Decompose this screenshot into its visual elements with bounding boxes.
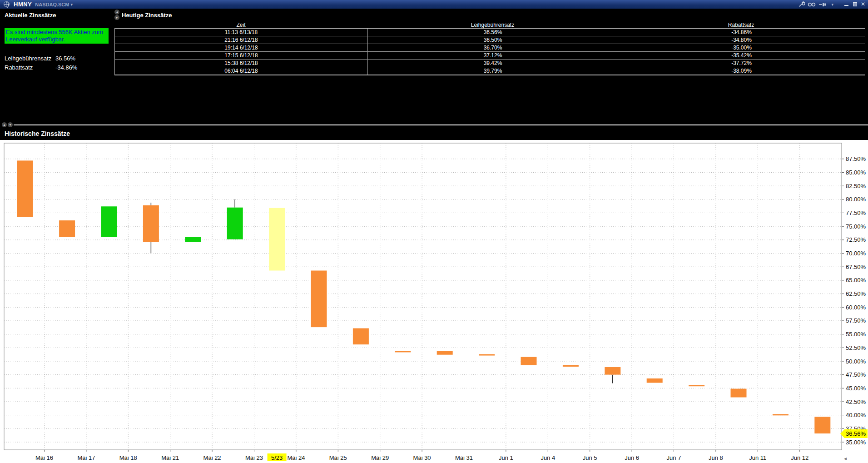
candle bbox=[563, 365, 579, 367]
table-row[interactable]: 19:14 6/12/1836.70%-35.00% bbox=[115, 44, 865, 52]
y-axis-tick: 85.00% bbox=[846, 169, 866, 176]
y-axis-tick: 72.50% bbox=[846, 236, 866, 243]
table-row[interactable]: 11:13 6/13/1836.56%-34.86% bbox=[115, 29, 865, 36]
y-axis-tick: 50.00% bbox=[846, 358, 866, 365]
y-axis-tick: 80.00% bbox=[846, 196, 866, 203]
candle bbox=[689, 385, 704, 386]
app-window: HMNY NASDAQ.SCM ▾ ▾ ✕ Aktuelle Zinssätze… bbox=[0, 0, 868, 463]
rebate-rate-value: -34.86% bbox=[55, 64, 77, 71]
maximize-button[interactable] bbox=[852, 2, 858, 7]
globe-icon bbox=[4, 1, 10, 7]
title-bar: HMNY NASDAQ.SCM ▾ ▾ ✕ bbox=[0, 0, 868, 9]
y-axis-tick: 42.50% bbox=[846, 398, 866, 405]
fee-rate-label: Leihgebührensatz bbox=[5, 55, 51, 62]
y-axis-tick: 75.00% bbox=[846, 223, 866, 230]
table-row[interactable]: 17:15 6/12/1837.12%-35.42% bbox=[115, 52, 865, 60]
y-axis-tick: 47.50% bbox=[846, 371, 866, 378]
column-header-zeit[interactable]: Zeit bbox=[114, 22, 367, 28]
table-cell: 39.42% bbox=[368, 60, 618, 67]
cursor-x-label: 5/23 bbox=[271, 454, 283, 461]
candle bbox=[17, 160, 33, 217]
candle bbox=[269, 208, 285, 271]
table-row[interactable]: 15:38 6/12/1839.42%-37.72% bbox=[115, 60, 865, 67]
table-cell: -37.72% bbox=[618, 60, 865, 67]
table-cell: 17:15 6/12/18 bbox=[115, 52, 368, 59]
table-cell: -35.42% bbox=[618, 52, 865, 59]
candle bbox=[353, 329, 369, 345]
x-axis-tick: Mai 21 bbox=[161, 454, 179, 461]
x-axis-tick: Jun 11 bbox=[749, 454, 766, 461]
history-title: Historische Zinssätze bbox=[5, 130, 70, 137]
candle bbox=[395, 351, 411, 352]
x-axis-tick: Mai 23 bbox=[245, 454, 263, 461]
table-cell: 11:13 6/13/18 bbox=[115, 29, 368, 36]
x-axis-tick: Mai 30 bbox=[413, 454, 431, 461]
panel-next-button[interactable]: ▸ bbox=[114, 15, 119, 20]
table-cell: -34.80% bbox=[618, 36, 865, 44]
splitter-down-button[interactable]: ▾ bbox=[8, 122, 13, 127]
candle bbox=[814, 417, 830, 433]
exchange-label: NASDAQ.SCM bbox=[35, 2, 69, 7]
close-button[interactable]: ✕ bbox=[861, 2, 865, 7]
candle bbox=[185, 237, 201, 242]
minimize-button[interactable] bbox=[843, 2, 849, 7]
column-header-leihgebuehrensatz[interactable]: Leihgebührensatz bbox=[367, 22, 618, 28]
table-cell: 36.70% bbox=[368, 44, 618, 51]
y-axis-tick: 82.50% bbox=[846, 183, 866, 189]
y-axis-tick: 67.50% bbox=[846, 264, 866, 270]
table-header-row: Zeit Leihgebührensatz Rabattsatz bbox=[114, 22, 865, 28]
y-axis-tick: 77.50% bbox=[846, 209, 866, 216]
link-icon[interactable] bbox=[808, 2, 816, 7]
table-cell: 36.56% bbox=[368, 29, 618, 36]
x-axis-tick: Mai 18 bbox=[119, 454, 137, 461]
candle bbox=[479, 354, 495, 356]
x-axis-tick: Jun 6 bbox=[625, 454, 639, 461]
candle bbox=[143, 205, 159, 242]
x-axis-tick: Jun 5 bbox=[583, 454, 597, 461]
symbol-dropdown-caret[interactable]: ▾ bbox=[70, 2, 73, 7]
table-cell: 19:14 6/12/18 bbox=[115, 44, 368, 51]
panel-prev-button[interactable]: ◂ bbox=[114, 10, 119, 15]
y-axis-tick: 62.50% bbox=[846, 290, 866, 297]
x-axis-tick: Mai 31 bbox=[455, 454, 473, 461]
fee-rate-value: 36.56% bbox=[55, 55, 75, 62]
table-cell: 06:04 6/12/18 bbox=[115, 67, 368, 75]
x-axis-tick: Mai 22 bbox=[203, 454, 221, 461]
shortable-notice-line2: Leerverkauf verfügbar. bbox=[6, 36, 107, 43]
today-rates-table: Zeit Leihgebührensatz Rabattsatz 11:13 6… bbox=[114, 22, 865, 75]
column-header-rabattsatz[interactable]: Rabattsatz bbox=[618, 22, 864, 28]
y-axis-tick: 60.00% bbox=[846, 304, 866, 311]
pin-dropdown-caret[interactable]: ▾ bbox=[831, 2, 833, 7]
candle bbox=[59, 220, 75, 237]
splitter-up-button[interactable]: ▴ bbox=[2, 122, 7, 127]
pin-icon[interactable] bbox=[819, 2, 827, 7]
cursor-y-label: 36.56% bbox=[846, 430, 866, 437]
candlestick-chart[interactable]: 87.50%85.00%82.50%80.00%77.50%75.00%72.5… bbox=[0, 140, 868, 463]
candle bbox=[605, 367, 620, 375]
x-axis-tick: Jun 7 bbox=[667, 454, 681, 461]
x-axis-tick: Jun 1 bbox=[499, 454, 513, 461]
x-axis-tick: Mai 25 bbox=[329, 454, 347, 461]
candle bbox=[311, 271, 327, 328]
wrench-icon[interactable] bbox=[799, 1, 805, 7]
x-axis-tick: Mai 29 bbox=[371, 454, 389, 461]
table-row[interactable]: 06:04 6/12/1839.79%-38.09% bbox=[115, 67, 865, 75]
table-body: 11:13 6/13/1836.56%-34.86%21:16 6/12/183… bbox=[114, 28, 865, 75]
symbol-label: HMNY bbox=[14, 1, 32, 8]
y-axis-tick: 65.00% bbox=[846, 277, 866, 284]
section-splitter[interactable] bbox=[14, 124, 868, 125]
y-axis-tick: 55.00% bbox=[846, 331, 866, 338]
table-row[interactable]: 21:16 6/12/1836.50%-34.80% bbox=[115, 36, 865, 44]
current-rates-title: Aktuelle Zinssätze bbox=[5, 12, 56, 19]
x-axis-tick: Mai 24 bbox=[287, 454, 305, 461]
candle bbox=[731, 389, 747, 398]
y-axis-tick: 45.00% bbox=[846, 385, 866, 392]
candle bbox=[227, 208, 243, 239]
table-cell: 21:16 6/12/18 bbox=[115, 36, 368, 44]
y-axis-tick: 35.00% bbox=[846, 439, 866, 446]
table-cell: 37.12% bbox=[368, 52, 618, 59]
table-cell: -35.00% bbox=[618, 44, 865, 51]
x-axis-tick: Mai 16 bbox=[35, 454, 53, 461]
table-cell: 15:38 6/12/18 bbox=[115, 60, 368, 67]
axis-corner-marker: ◂ bbox=[844, 455, 847, 462]
